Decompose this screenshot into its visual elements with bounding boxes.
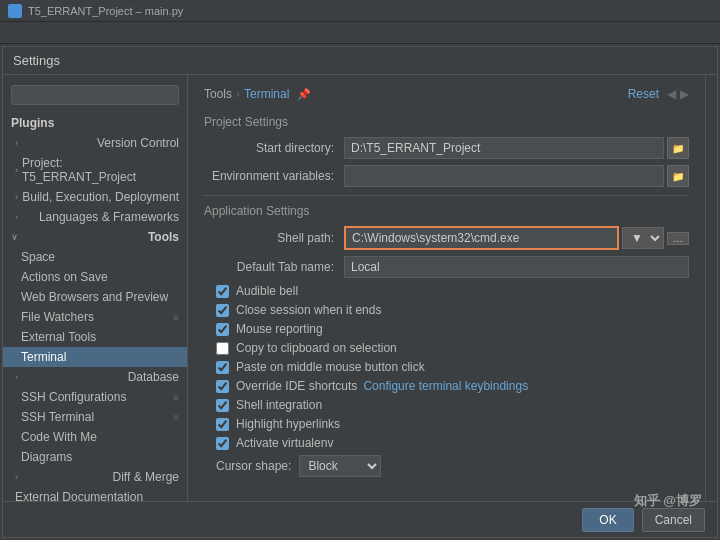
sidebar-item-label: File Watchers <box>21 310 94 324</box>
sidebar-item-actions-on-save[interactable]: Actions on Save <box>3 267 187 287</box>
checkbox-label-audible_bell: Audible bell <box>236 284 298 298</box>
checkbox-highlight_hyperlinks[interactable] <box>216 418 229 431</box>
start-directory-row: Start directory: 📁 <box>204 137 689 159</box>
sidebar-item-label: Diagrams <box>21 450 72 464</box>
cursor-shape-row: Cursor shape: BlockUnderlineVertical <box>204 455 689 477</box>
checkbox-audible_bell[interactable] <box>216 285 229 298</box>
sidebar-search[interactable] <box>11 85 179 105</box>
checkbox-row-audible_bell: Audible bell <box>204 284 689 298</box>
sidebar-item-tools[interactable]: ∨Tools <box>3 227 187 247</box>
shell-path-container: ▼ … <box>344 226 689 250</box>
env-variables-input[interactable] <box>344 165 664 187</box>
sidebar-icon-right: ≡ <box>173 392 179 403</box>
sidebar-item-code-with-me[interactable]: Code With Me <box>3 427 187 447</box>
shell-path-extra-btn[interactable]: … <box>667 232 689 245</box>
sidebar-icon-right: ≡ <box>173 412 179 423</box>
dialog-body: Plugins›Version Control›Project: T5_ERRA… <box>3 75 717 501</box>
default-tab-input[interactable] <box>344 256 689 278</box>
sidebar-item-label: Space <box>21 250 55 264</box>
sidebar-item-ssh-configurations[interactable]: SSH Configurations≡ <box>3 387 187 407</box>
nav-forward-icon[interactable]: ▶ <box>680 87 689 101</box>
pin-icon: 📌 <box>297 88 311 101</box>
shell-path-label: Shell path: <box>204 231 344 245</box>
start-directory-field-container: 📁 <box>344 137 689 159</box>
cursor-shape-select[interactable]: BlockUnderlineVertical <box>299 455 381 477</box>
checkbox-activate_virtualenv[interactable] <box>216 437 229 450</box>
sidebar-item-build--execution--deployment[interactable]: ›Build, Execution, Deployment <box>3 187 187 207</box>
sidebar-item-label: Database <box>128 370 179 384</box>
sidebar-arrow-icon: › <box>15 212 18 222</box>
sidebar-item-file-watchers[interactable]: File Watchers≡ <box>3 307 187 327</box>
sidebar-arrow-icon: › <box>15 192 18 202</box>
start-directory-browse-btn[interactable]: 📁 <box>667 137 689 159</box>
checkbox-row-paste_middle: Paste on middle mouse button click <box>204 360 689 374</box>
sidebar-item-diff---merge[interactable]: ›Diff & Merge <box>3 467 187 487</box>
env-variables-browse-btn[interactable]: 📁 <box>667 165 689 187</box>
cancel-button[interactable]: Cancel <box>642 508 705 532</box>
sidebar-item-database[interactable]: ›Database <box>3 367 187 387</box>
sidebar-item-web-browsers-and-preview[interactable]: Web Browsers and Preview <box>3 287 187 307</box>
sidebar-item-external-tools[interactable]: External Tools <box>3 327 187 347</box>
checkbox-override_ide[interactable] <box>216 380 229 393</box>
settings-dialog: Settings Plugins›Version Control›Project… <box>2 46 718 538</box>
sidebar-item-plugins[interactable]: Plugins <box>3 113 187 133</box>
sidebar-icon-right: ≡ <box>173 312 179 323</box>
app-settings-title: Application Settings <box>204 204 689 218</box>
sidebar-item-label: Actions on Save <box>21 270 108 284</box>
shell-path-dropdown[interactable]: ▼ <box>622 227 664 249</box>
start-directory-input[interactable] <box>344 137 664 159</box>
checkbox-row-highlight_hyperlinks: Highlight hyperlinks <box>204 417 689 431</box>
sidebar-item-external-documentation[interactable]: External Documentation <box>3 487 187 501</box>
sidebar-item-languages---frameworks[interactable]: ›Languages & Frameworks <box>3 207 187 227</box>
cursor-shape-label: Cursor shape: <box>216 459 291 473</box>
reset-button[interactable]: Reset <box>628 87 659 101</box>
sidebar-item-label: SSH Configurations <box>21 390 126 404</box>
sidebar-item-label: Project: T5_ERRANT_Project <box>22 156 179 184</box>
sidebar-item-diagrams[interactable]: Diagrams <box>3 447 187 467</box>
sidebar-item-space[interactable]: Space <box>3 247 187 267</box>
sidebar-item-version-control[interactable]: ›Version Control <box>3 133 187 153</box>
content-header: Tools › Terminal 📌 Reset ◀ ▶ <box>204 87 689 105</box>
shell-path-input[interactable] <box>344 226 619 250</box>
sidebar: Plugins›Version Control›Project: T5_ERRA… <box>3 75 188 501</box>
env-variables-row: Environment variables: 📁 <box>204 165 689 187</box>
titlebar: T5_ERRANT_Project – main.py <box>0 0 720 22</box>
default-tab-label: Default Tab name: <box>204 260 344 274</box>
checkbox-row-mouse_reporting: Mouse reporting <box>204 322 689 336</box>
start-directory-label: Start directory: <box>204 141 344 155</box>
sidebar-item-project--t5-errant-project[interactable]: ›Project: T5_ERRANT_Project <box>3 153 187 187</box>
breadcrumb-current: Terminal <box>244 87 289 101</box>
menubar <box>0 22 720 44</box>
breadcrumb: Tools › Terminal 📌 <box>204 87 311 101</box>
checkbox-mouse_reporting[interactable] <box>216 323 229 336</box>
sidebar-item-label: Code With Me <box>21 430 97 444</box>
sidebar-item-label: Terminal <box>21 350 66 364</box>
nav-arrows: ◀ ▶ <box>667 87 689 101</box>
checkbox-label-paste_middle: Paste on middle mouse button click <box>236 360 425 374</box>
sidebar-arrow-icon: › <box>15 138 18 148</box>
sidebar-item-label: Languages & Frameworks <box>39 210 179 224</box>
checkbox-paste_middle[interactable] <box>216 361 229 374</box>
env-variables-label: Environment variables: <box>204 169 344 183</box>
nav-back-icon[interactable]: ◀ <box>667 87 676 101</box>
dialog-title: Settings <box>13 53 60 68</box>
checkbox-label-shell_integration: Shell integration <box>236 398 322 412</box>
sidebar-item-ssh-terminal[interactable]: SSH Terminal≡ <box>3 407 187 427</box>
checkbox-shell_integration[interactable] <box>216 399 229 412</box>
sidebar-item-terminal[interactable]: Terminal≡ <box>3 347 187 367</box>
ok-button[interactable]: OK <box>582 508 633 532</box>
dialog-header: Settings <box>3 47 717 75</box>
checkbox-label-copy_clipboard: Copy to clipboard on selection <box>236 341 397 355</box>
checkbox-label-highlight_hyperlinks: Highlight hyperlinks <box>236 417 340 431</box>
checkbox-row-close_session: Close session when it ends <box>204 303 689 317</box>
sidebar-item-label: Diff & Merge <box>113 470 179 484</box>
keybindings-link[interactable]: Configure terminal keybindings <box>363 379 528 393</box>
sidebar-arrow-icon: › <box>15 165 18 175</box>
checkbox-close_session[interactable] <box>216 304 229 317</box>
sidebar-item-label: Plugins <box>11 116 54 130</box>
sidebar-arrow-icon: › <box>15 372 18 382</box>
sidebar-icon-right: ≡ <box>173 352 179 363</box>
sidebar-item-label: SSH Terminal <box>21 410 94 424</box>
checkbox-copy_clipboard[interactable] <box>216 342 229 355</box>
window-title: T5_ERRANT_Project – main.py <box>28 5 183 17</box>
